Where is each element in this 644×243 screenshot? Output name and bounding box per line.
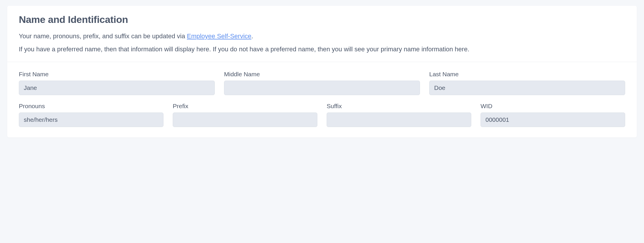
field-pronouns: Pronouns <box>19 103 163 127</box>
suffix-input[interactable] <box>327 113 471 127</box>
field-suffix: Suffix <box>327 103 471 127</box>
pronouns-label: Pronouns <box>19 103 163 110</box>
prefix-label: Prefix <box>173 103 317 110</box>
description-line-2: If you have a preferred name, then that … <box>19 44 625 54</box>
field-middle-name: Middle Name <box>224 71 420 95</box>
suffix-label: Suffix <box>327 103 471 110</box>
wid-input[interactable] <box>481 113 625 127</box>
employee-self-service-link[interactable]: Employee Self-Service <box>187 32 252 40</box>
first-name-label: First Name <box>19 71 215 78</box>
last-name-label: Last Name <box>429 71 625 78</box>
desc1-pre-text: Your name, pronouns, prefix, and suffix … <box>19 32 187 40</box>
page-title: Name and Identification <box>19 14 625 25</box>
wid-label: WID <box>481 103 625 110</box>
first-name-input[interactable] <box>19 81 215 95</box>
pronouns-input[interactable] <box>19 113 163 127</box>
field-wid: WID <box>481 103 625 127</box>
last-name-input[interactable] <box>429 81 625 95</box>
middle-name-input[interactable] <box>224 81 420 95</box>
prefix-input[interactable] <box>173 113 317 127</box>
middle-name-label: Middle Name <box>224 71 420 78</box>
field-last-name: Last Name <box>429 71 625 95</box>
field-prefix: Prefix <box>173 103 317 127</box>
field-first-name: First Name <box>19 71 215 95</box>
name-identification-card: Name and Identification Your name, prono… <box>7 6 637 137</box>
row-1: First Name Middle Name Last Name <box>19 71 625 95</box>
card-body: First Name Middle Name Last Name Pronoun… <box>7 62 637 137</box>
desc1-post-text: . <box>251 32 253 40</box>
row-2: Pronouns Prefix Suffix WID <box>19 103 625 127</box>
description-line-1: Your name, pronouns, prefix, and suffix … <box>19 31 625 41</box>
card-header: Name and Identification Your name, prono… <box>7 6 637 62</box>
